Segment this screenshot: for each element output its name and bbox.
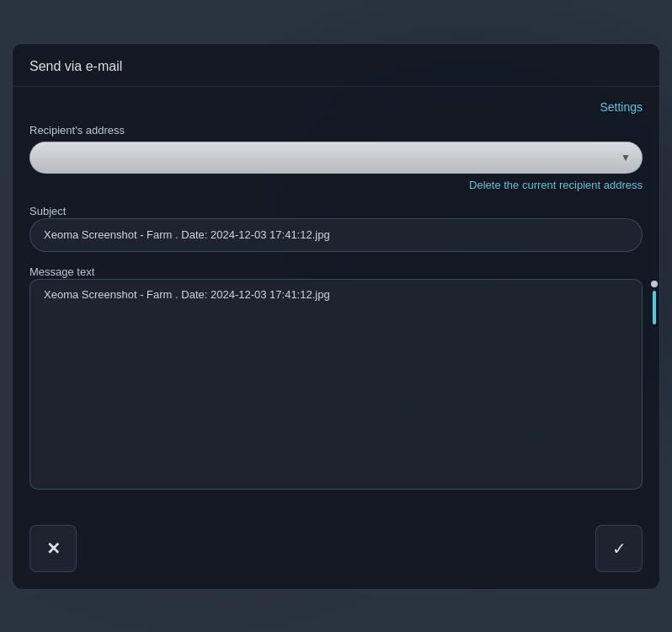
recipient-label: Recipient's address <box>29 124 643 137</box>
settings-row: Settings <box>29 100 643 114</box>
delete-link-row: Delete the current recipient address <box>29 179 643 191</box>
dialog-header: Send via e-mail <box>13 44 659 87</box>
subject-label: Subject <box>29 205 66 217</box>
confirm-icon: ✓ <box>612 540 627 557</box>
recipient-section: Recipient's address ▼ <box>29 124 643 174</box>
delete-recipient-link[interactable]: Delete the current recipient address <box>469 179 643 191</box>
scrollbar-track[interactable] <box>651 279 658 490</box>
scrollbar-dot <box>651 281 658 287</box>
scrollbar-thumb <box>653 291 656 324</box>
dialog-body: Settings Recipient's address ▼ Delete th… <box>13 87 659 511</box>
dialog-title: Send via e-mail <box>29 59 122 73</box>
recipient-select[interactable] <box>29 142 643 174</box>
recipient-select-wrapper: ▼ <box>29 142 643 174</box>
dialog-footer: ✕ ✓ <box>13 511 659 589</box>
message-textarea[interactable] <box>29 279 643 490</box>
cancel-icon: ✕ <box>46 540 61 557</box>
subject-section: Subject <box>29 203 643 252</box>
message-label: Message text <box>29 265 94 278</box>
subject-input[interactable] <box>29 218 643 252</box>
send-email-dialog: Send via e-mail Settings Recipient's add… <box>12 43 660 590</box>
message-wrapper <box>29 279 643 490</box>
cancel-button[interactable]: ✕ <box>29 525 77 572</box>
confirm-button[interactable]: ✓ <box>595 525 643 572</box>
message-section: Message text <box>29 264 643 490</box>
settings-link[interactable]: Settings <box>600 100 643 114</box>
